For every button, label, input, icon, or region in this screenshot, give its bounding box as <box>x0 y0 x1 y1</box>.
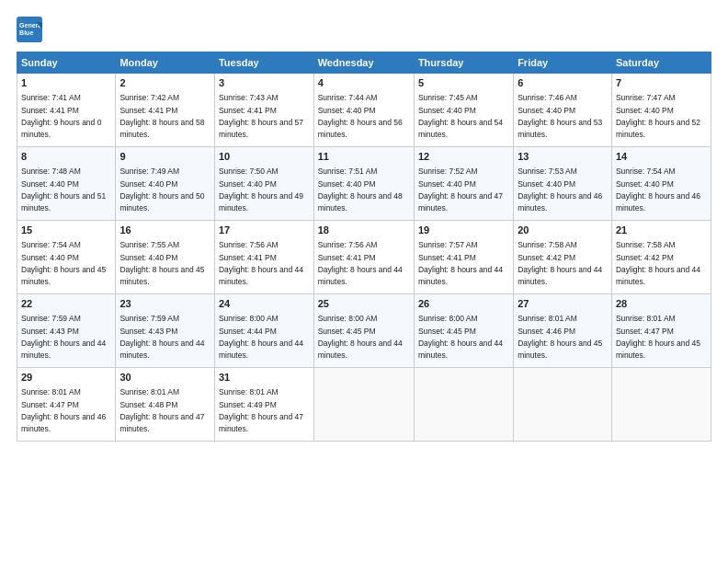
day-info: Sunrise: 7:47 AMSunset: 4:40 PMDaylight:… <box>616 93 700 139</box>
day-info: Sunrise: 8:00 AMSunset: 4:44 PMDaylight:… <box>219 314 303 360</box>
day-number: 21 <box>616 224 707 237</box>
day-info: Sunrise: 7:49 AMSunset: 4:40 PMDaylight:… <box>119 167 204 213</box>
calendar-cell: 23 Sunrise: 7:59 AMSunset: 4:43 PMDaylig… <box>116 294 215 368</box>
calendar-header-tuesday: Tuesday <box>214 52 313 74</box>
calendar-header-wednesday: Wednesday <box>313 52 414 74</box>
calendar-cell: 19 Sunrise: 7:57 AMSunset: 4:41 PMDaylig… <box>414 221 513 294</box>
calendar-cell: 28 Sunrise: 8:01 AMSunset: 4:47 PMDaylig… <box>611 294 711 368</box>
calendar-cell: 8 Sunrise: 7:48 AMSunset: 4:40 PMDayligh… <box>17 147 116 221</box>
calendar-cell: 18 Sunrise: 7:56 AMSunset: 4:41 PMDaylig… <box>313 221 414 294</box>
day-number: 4 <box>318 76 410 90</box>
day-number: 16 <box>119 224 210 237</box>
calendar-week-row: 29 Sunrise: 8:01 AMSunset: 4:47 PMDaylig… <box>17 368 711 442</box>
calendar-cell: 13 Sunrise: 7:53 AMSunset: 4:40 PMDaylig… <box>514 147 612 221</box>
day-number: 14 <box>616 150 707 164</box>
day-info: Sunrise: 7:43 AMSunset: 4:41 PMDaylight:… <box>219 93 303 139</box>
day-number: 2 <box>119 76 210 90</box>
day-info: Sunrise: 7:42 AMSunset: 4:41 PMDaylight:… <box>119 93 204 139</box>
calendar-cell <box>313 368 414 442</box>
day-info: Sunrise: 7:59 AMSunset: 4:43 PMDaylight:… <box>21 314 106 360</box>
day-number: 31 <box>219 371 310 385</box>
day-info: Sunrise: 8:01 AMSunset: 4:46 PMDaylight:… <box>518 314 602 360</box>
svg-text:Blue: Blue <box>19 29 33 36</box>
calendar-header-sunday: Sunday <box>17 52 116 74</box>
calendar-header-row: SundayMondayTuesdayWednesdayThursdayFrid… <box>17 52 711 74</box>
day-info: Sunrise: 8:01 AMSunset: 4:49 PMDaylight:… <box>219 387 303 433</box>
calendar-cell: 22 Sunrise: 7:59 AMSunset: 4:43 PMDaylig… <box>17 294 116 368</box>
day-number: 10 <box>219 150 310 164</box>
calendar-cell: 31 Sunrise: 8:01 AMSunset: 4:49 PMDaylig… <box>214 368 313 442</box>
calendar-cell: 29 Sunrise: 8:01 AMSunset: 4:47 PMDaylig… <box>17 368 116 442</box>
calendar-cell: 11 Sunrise: 7:51 AMSunset: 4:40 PMDaylig… <box>313 147 414 221</box>
day-info: Sunrise: 7:41 AMSunset: 4:41 PMDaylight:… <box>21 93 101 139</box>
day-info: Sunrise: 7:46 AMSunset: 4:40 PMDaylight:… <box>518 93 602 139</box>
day-number: 1 <box>21 76 111 90</box>
calendar-cell: 25 Sunrise: 8:00 AMSunset: 4:45 PMDaylig… <box>313 294 414 368</box>
day-info: Sunrise: 7:55 AMSunset: 4:40 PMDaylight:… <box>119 240 204 286</box>
day-info: Sunrise: 7:52 AMSunset: 4:40 PMDaylight:… <box>418 167 503 213</box>
calendar-cell: 17 Sunrise: 7:56 AMSunset: 4:41 PMDaylig… <box>214 221 313 294</box>
day-number: 15 <box>21 224 111 237</box>
day-number: 7 <box>616 76 707 90</box>
calendar-cell: 15 Sunrise: 7:54 AMSunset: 4:40 PMDaylig… <box>17 221 116 294</box>
day-number: 12 <box>418 150 509 164</box>
calendar-table: SundayMondayTuesdayWednesdayThursdayFrid… <box>17 52 711 442</box>
calendar-header-friday: Friday <box>514 52 612 74</box>
day-number: 19 <box>418 224 509 237</box>
calendar-cell: 14 Sunrise: 7:54 AMSunset: 4:40 PMDaylig… <box>611 147 711 221</box>
calendar-cell: 4 Sunrise: 7:44 AMSunset: 4:40 PMDayligh… <box>313 74 414 147</box>
calendar-cell: 26 Sunrise: 8:00 AMSunset: 4:45 PMDaylig… <box>414 294 513 368</box>
calendar-cell: 3 Sunrise: 7:43 AMSunset: 4:41 PMDayligh… <box>214 74 313 147</box>
day-number: 24 <box>219 297 310 311</box>
calendar-cell: 12 Sunrise: 7:52 AMSunset: 4:40 PMDaylig… <box>414 147 513 221</box>
day-number: 28 <box>616 297 707 311</box>
calendar-cell: 9 Sunrise: 7:49 AMSunset: 4:40 PMDayligh… <box>116 147 215 221</box>
calendar-cell: 10 Sunrise: 7:50 AMSunset: 4:40 PMDaylig… <box>214 147 313 221</box>
day-info: Sunrise: 8:00 AMSunset: 4:45 PMDaylight:… <box>418 314 503 360</box>
day-info: Sunrise: 7:44 AMSunset: 4:40 PMDaylight:… <box>318 93 403 139</box>
day-number: 30 <box>119 371 210 385</box>
day-number: 3 <box>219 76 310 90</box>
logo-icon: General Blue <box>17 17 42 42</box>
header: General Blue <box>17 17 711 42</box>
day-info: Sunrise: 8:00 AMSunset: 4:45 PMDaylight:… <box>318 314 403 360</box>
day-info: Sunrise: 8:01 AMSunset: 4:48 PMDaylight:… <box>119 387 204 433</box>
day-info: Sunrise: 7:56 AMSunset: 4:41 PMDaylight:… <box>318 240 403 286</box>
calendar-cell: 16 Sunrise: 7:55 AMSunset: 4:40 PMDaylig… <box>116 221 215 294</box>
day-info: Sunrise: 7:54 AMSunset: 4:40 PMDaylight:… <box>616 167 700 213</box>
day-info: Sunrise: 7:58 AMSunset: 4:42 PMDaylight:… <box>518 240 602 286</box>
calendar-cell: 24 Sunrise: 8:00 AMSunset: 4:44 PMDaylig… <box>214 294 313 368</box>
logo: General Blue <box>17 17 46 42</box>
calendar-header-saturday: Saturday <box>611 52 711 74</box>
calendar-body: 1 Sunrise: 7:41 AMSunset: 4:41 PMDayligh… <box>17 74 711 442</box>
day-number: 25 <box>318 297 410 311</box>
calendar-week-row: 8 Sunrise: 7:48 AMSunset: 4:40 PMDayligh… <box>17 147 711 221</box>
calendar-cell <box>611 368 711 442</box>
day-info: Sunrise: 7:51 AMSunset: 4:40 PMDaylight:… <box>318 167 403 213</box>
calendar-cell <box>414 368 513 442</box>
day-number: 26 <box>418 297 509 311</box>
calendar-week-row: 1 Sunrise: 7:41 AMSunset: 4:41 PMDayligh… <box>17 74 711 147</box>
day-number: 22 <box>21 297 111 311</box>
day-number: 18 <box>318 224 410 237</box>
calendar-cell: 27 Sunrise: 8:01 AMSunset: 4:46 PMDaylig… <box>514 294 612 368</box>
day-info: Sunrise: 7:57 AMSunset: 4:41 PMDaylight:… <box>418 240 503 286</box>
day-number: 11 <box>318 150 410 164</box>
day-number: 27 <box>518 297 608 311</box>
day-number: 6 <box>518 76 608 90</box>
calendar-cell: 30 Sunrise: 8:01 AMSunset: 4:48 PMDaylig… <box>116 368 215 442</box>
day-info: Sunrise: 7:56 AMSunset: 4:41 PMDaylight:… <box>219 240 303 286</box>
day-number: 13 <box>518 150 608 164</box>
day-info: Sunrise: 8:01 AMSunset: 4:47 PMDaylight:… <box>21 387 106 433</box>
calendar-cell <box>514 368 612 442</box>
day-number: 5 <box>418 76 509 90</box>
day-info: Sunrise: 7:53 AMSunset: 4:40 PMDaylight:… <box>518 167 602 213</box>
calendar-cell: 6 Sunrise: 7:46 AMSunset: 4:40 PMDayligh… <box>514 74 612 147</box>
day-info: Sunrise: 7:50 AMSunset: 4:40 PMDaylight:… <box>219 167 303 213</box>
calendar-cell: 20 Sunrise: 7:58 AMSunset: 4:42 PMDaylig… <box>514 221 612 294</box>
calendar-week-row: 15 Sunrise: 7:54 AMSunset: 4:40 PMDaylig… <box>17 221 711 294</box>
calendar-cell: 2 Sunrise: 7:42 AMSunset: 4:41 PMDayligh… <box>116 74 215 147</box>
day-number: 23 <box>119 297 210 311</box>
calendar-cell: 5 Sunrise: 7:45 AMSunset: 4:40 PMDayligh… <box>414 74 513 147</box>
calendar-cell: 7 Sunrise: 7:47 AMSunset: 4:40 PMDayligh… <box>611 74 711 147</box>
